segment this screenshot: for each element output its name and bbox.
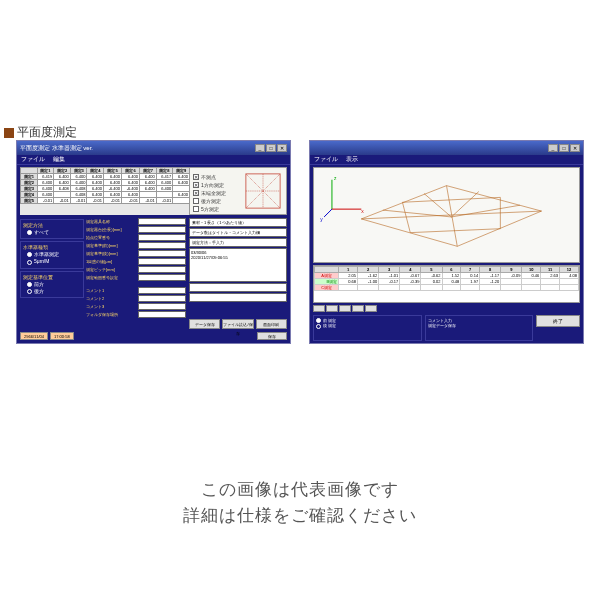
diag-checkbox[interactable]: 1方向測定 xyxy=(193,182,226,188)
svg-text:y: y xyxy=(320,217,323,222)
bottom-panel: 前 測定 後 測定 コメント入力 測定データ保存 終了 xyxy=(313,315,580,341)
maximize-icon[interactable]: □ xyxy=(266,144,276,152)
tool-button[interactable] xyxy=(365,305,377,312)
surface-plot[interactable]: z x y xyxy=(313,167,580,263)
param-input[interactable] xyxy=(138,258,186,265)
measure-group: 前 測定 後 測定 xyxy=(313,315,422,341)
info-field[interactable] xyxy=(189,293,287,302)
titlebar[interactable]: 平面度測定 水準器測定 ver. _ □ ✕ xyxy=(17,141,290,155)
options-panel: 測定方法 すべて 水準器種類 水準器測定 5μm/M 測定基準位置 前方 後方 xyxy=(20,217,84,329)
minimize-icon[interactable]: _ xyxy=(255,144,265,152)
param-input[interactable] xyxy=(138,274,186,281)
save-data-button[interactable]: データ保存 xyxy=(189,319,220,329)
print-button[interactable]: 画面印刷 xyxy=(256,319,287,329)
comment-input[interactable] xyxy=(138,287,186,294)
diag-checkbox[interactable]: 末端全測定 xyxy=(193,190,226,196)
data-table[interactable]: 123456789101112A測定2.05-1.62-1.01-0.67-0.… xyxy=(313,265,580,303)
parameters-panel: 測定器具名称測定器台(全長)[mm]始点位置番号測定基準(前)[mm]測定基準(… xyxy=(86,217,190,329)
menu-file[interactable]: ファイル xyxy=(314,155,338,164)
status-bar: 2966/11/04 17:00:58 保存 xyxy=(20,331,287,341)
menu-view[interactable]: 表示 xyxy=(346,155,358,164)
toolbar xyxy=(313,305,580,313)
measurement-grid[interactable]: 測定1測定2測定3測定4測定5測定6測定7測定8測定9測定16.4196.400… xyxy=(20,167,190,215)
info-field[interactable]: 素材－1 長さ（1つあたり値） xyxy=(189,218,287,227)
diag-checkbox[interactable]: 5方測定 xyxy=(193,206,226,212)
diag-checkbox[interactable]: 後方測定 xyxy=(193,198,226,204)
diagram-panel: 不測点1方向測定末端全測定後方測定5方測定 xyxy=(189,167,287,215)
maximize-icon[interactable]: □ xyxy=(559,144,569,152)
action-buttons: データ保存 ファイル読込/保存 画面印刷 xyxy=(189,319,287,329)
param-input[interactable] xyxy=(138,218,186,225)
svg-text:x: x xyxy=(361,209,364,214)
param-input[interactable] xyxy=(138,234,186,241)
save-button[interactable]: 保存 xyxy=(257,332,287,340)
menu-file[interactable]: ファイル xyxy=(21,155,45,164)
param-input[interactable] xyxy=(138,250,186,257)
window-title: 平面度測定 水準器測定 ver. xyxy=(20,144,93,153)
date-display: 2966/11/04 xyxy=(20,332,48,340)
log-area[interactable]: 03/30/062020/11/27/09:06:55 xyxy=(189,248,287,282)
comment-input[interactable] xyxy=(138,311,186,318)
menu-edit[interactable]: 編集 xyxy=(53,155,65,164)
param-input[interactable] xyxy=(138,242,186,249)
radio-level[interactable]: 水準器測定 xyxy=(23,251,81,257)
window-3d-plot: _ □ ✕ ファイル 表示 z x y xyxy=(309,140,584,344)
radio-all[interactable]: すべて xyxy=(23,229,81,235)
radio-5um[interactable]: 5μm/M xyxy=(23,258,81,264)
radio-back[interactable]: 後方 xyxy=(23,288,81,294)
close-icon[interactable]: ✕ xyxy=(277,144,287,152)
comment-input[interactable] xyxy=(138,303,186,310)
exit-button[interactable]: 終了 xyxy=(536,315,580,327)
comment-input[interactable] xyxy=(138,295,186,302)
file-io-button[interactable]: ファイル読込/保存 xyxy=(222,319,253,329)
info-panel: 素材－1 長さ（1つあたり値）データ数はタイトル・コメント入力欄測定方法：手入力… xyxy=(189,217,287,313)
menubar: ファイル 編集 xyxy=(17,155,290,165)
svg-line-7 xyxy=(324,209,332,217)
info-field[interactable]: 測定方法：手入力 xyxy=(189,238,287,247)
diag-checkbox[interactable]: 不測点 xyxy=(193,174,226,180)
tool-button[interactable] xyxy=(352,305,364,312)
info-field[interactable]: データ数はタイトル・コメント入力欄 xyxy=(189,228,287,237)
tool-button[interactable] xyxy=(339,305,351,312)
titlebar[interactable]: _ □ ✕ xyxy=(310,141,583,155)
section-title: 平面度測定 xyxy=(4,124,77,141)
tool-button[interactable] xyxy=(313,305,325,312)
disclaimer-caption: この画像は代表画像です 詳細は仕様をご確認ください xyxy=(0,475,600,530)
menubar: ファイル 表示 xyxy=(310,155,583,165)
svg-text:z: z xyxy=(334,176,337,181)
param-input[interactable] xyxy=(138,266,186,273)
param-input[interactable] xyxy=(138,226,186,233)
measurement-diagram-icon xyxy=(244,172,282,210)
window-measurement-settings: 平面度測定 水準器測定 ver. _ □ ✕ ファイル 編集 測定1測定2測定3… xyxy=(16,140,291,344)
comment-group: コメント入力 測定データ保存 xyxy=(425,315,534,341)
minimize-icon[interactable]: _ xyxy=(548,144,558,152)
tool-button[interactable] xyxy=(326,305,338,312)
close-icon[interactable]: ✕ xyxy=(570,144,580,152)
radio-front[interactable]: 前方 xyxy=(23,281,81,287)
info-field[interactable] xyxy=(189,283,287,292)
radio-back-measure[interactable]: 後 測定 xyxy=(316,323,419,328)
time-display: 17:00:58 xyxy=(50,332,74,340)
